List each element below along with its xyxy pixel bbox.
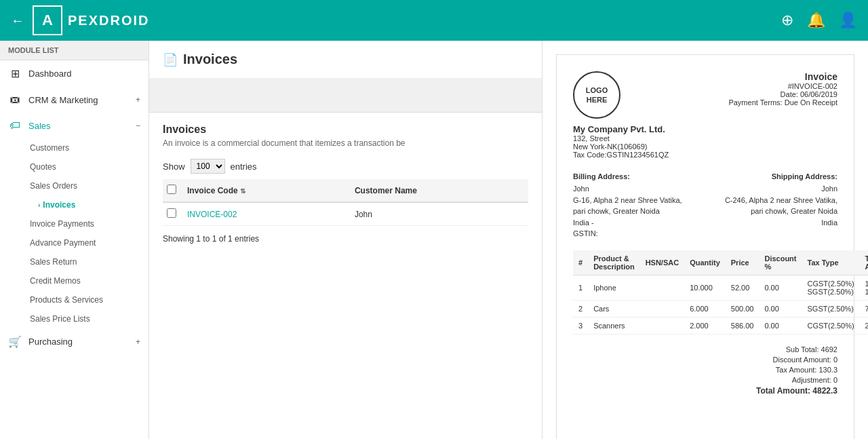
list-panel-title: Invoices	[183, 52, 237, 67]
sidebar-purchasing-label: Purchasing	[28, 337, 73, 347]
sidebar-item-purchasing[interactable]: 🛒 Purchasing +	[0, 328, 149, 355]
invoice-detail-panel: LOGOHERE My Company Pvt. Ltd. 132, Stree…	[542, 41, 868, 439]
invoice-code-label: Invoice Code	[187, 186, 238, 195]
sub-total-value: 4692	[821, 345, 837, 354]
row3-product: Scanners	[588, 317, 640, 334]
col-discount: Discount %	[759, 250, 802, 275]
sidebar-item-invoice-payments[interactable]: Invoice Payments	[22, 214, 149, 233]
row2-tax-amount: 75	[860, 300, 868, 317]
adjustment: Adjustment: 0	[573, 376, 837, 384]
row2-price: 500.00	[726, 300, 760, 317]
col-invoice-code: Invoice Code ⇅	[183, 179, 351, 202]
date-label: Date:	[781, 90, 798, 98]
invoices-table-wrapper: Invoice Code ⇅ Customer Name	[149, 179, 542, 226]
sidebar-crm-label: CRM & Marketing	[28, 95, 98, 105]
shipping-label: Shipping Address:	[719, 172, 838, 180]
invoice-row-2: 2 Cars 6.000 500.00 0.00 SGST(2.50%) 75 …	[573, 300, 868, 317]
list-panel-header: 📄 Invoices	[149, 41, 542, 79]
sidebar-crm-left: 🎟 CRM & Marketing	[8, 94, 98, 106]
shipping-name: John	[719, 183, 838, 195]
content-area: 📄 Invoices Invoices An invoice is a comm…	[149, 41, 868, 439]
col-num: #	[573, 250, 588, 275]
add-icon[interactable]: ⊕	[781, 12, 793, 29]
payment-terms-label: Payment Terms:	[728, 98, 782, 107]
sidebar-sales-left: 🏷 Sales	[8, 119, 51, 132]
row-checkbox-cell	[163, 202, 183, 226]
sidebar-item-advance-payment[interactable]: Advance Payment	[22, 233, 149, 252]
invoice-title: Invoice	[728, 71, 837, 82]
purchasing-icon: 🛒	[8, 335, 22, 348]
sort-icon[interactable]: ⇅	[240, 187, 245, 195]
sidebar-dashboard-left: ⊞ Dashboard	[8, 67, 72, 80]
tax-value: 130.3	[818, 366, 837, 374]
row3-tax-type: CGST(2.50%)	[802, 317, 860, 334]
sales-icon: 🏷	[8, 119, 22, 132]
tax-label: Tax Amount:	[776, 366, 817, 374]
app-name: PEXDROID	[68, 13, 149, 28]
sidebar-item-sales[interactable]: 🏷 Sales −	[0, 113, 149, 138]
sidebar-item-invoices[interactable]: › Invoices	[22, 195, 149, 214]
row2-qty: 6.000	[684, 300, 726, 317]
sales-toggle[interactable]: −	[136, 121, 140, 130]
row1-qty: 10.000	[684, 275, 726, 300]
billing-name: John	[573, 183, 692, 195]
user-icon[interactable]: 👤	[839, 12, 857, 29]
sidebar-item-customers[interactable]: Customers	[22, 138, 149, 157]
sidebar-item-quotes[interactable]: Quotes	[22, 157, 149, 176]
doc-logo-area: LOGOHERE My Company Pvt. Ltd. 132, Stree…	[573, 71, 669, 159]
bell-icon[interactable]: 🔔	[807, 12, 825, 29]
sidebar-item-sales-return[interactable]: Sales Return	[22, 252, 149, 271]
entries-select[interactable]: 100	[191, 159, 225, 174]
invoice-code-link[interactable]: INVOICE-002	[187, 210, 237, 219]
sidebar-item-credit-memos[interactable]: Credit Memos	[22, 271, 149, 290]
invoice-totals: Sub Total: 4692 Discount Amount: 0 Tax A…	[573, 345, 837, 396]
invoice-document: LOGOHERE My Company Pvt. Ltd. 132, Stree…	[556, 54, 854, 439]
header-right: ⊕ 🔔 👤	[781, 12, 857, 29]
invoice-file-icon: 📄	[163, 52, 178, 67]
col-product: Product &Description	[588, 250, 640, 275]
sidebar-item-products-services[interactable]: Products & Services	[22, 290, 149, 309]
back-button[interactable]: ←	[11, 13, 24, 28]
logo-area: A PEXDROID	[33, 5, 149, 35]
crm-toggle[interactable]: +	[136, 95, 140, 104]
sidebar-item-sales-orders[interactable]: Sales Orders	[22, 176, 149, 195]
billing-gstin: GSTIN:	[573, 228, 692, 240]
sidebar-dashboard-label: Dashboard	[28, 69, 72, 79]
row1-hsn	[640, 275, 685, 300]
discount-value: 0	[833, 356, 837, 364]
billing-address: Billing Address: John G-16, Alpha 2 near…	[573, 172, 692, 240]
table-row: INVOICE-002 John	[163, 202, 528, 226]
company-logo: LOGOHERE	[573, 71, 620, 119]
sidebar: MODULE LIST ⊞ Dashboard 🎟 CRM & Marketin…	[0, 41, 149, 439]
sidebar-purchasing-left: 🛒 Purchasing	[8, 335, 73, 348]
row3-qty: 2.000	[684, 317, 726, 334]
invoice-date: Date: 06/06/2019	[728, 90, 837, 98]
main-layout: MODULE LIST ⊞ Dashboard 🎟 CRM & Marketin…	[0, 41, 868, 439]
doc-header: LOGOHERE My Company Pvt. Ltd. 132, Stree…	[573, 71, 837, 159]
sub-total-label: Sub Total:	[786, 345, 819, 354]
shipping-address-line: C-246, Alpha 2 near Shree Vatika, pari c…	[719, 195, 838, 217]
total-value: 4822.3	[812, 386, 837, 396]
payment-terms: Payment Terms: Due On Receipt	[728, 98, 837, 107]
row1-price: 52.00	[726, 275, 760, 300]
invoice-row-1: 1 Iphone 10.000 52.00 0.00 CGST(2.50%)SG…	[573, 275, 868, 300]
crm-icon: 🎟	[8, 94, 22, 106]
row1-product: Iphone	[588, 275, 640, 300]
company-name: My Company Pvt. Ltd.	[573, 124, 665, 134]
header-left: ← A PEXDROID	[11, 5, 149, 35]
list-description: Invoices An invoice is a commercial docu…	[149, 113, 542, 153]
row1-num: 1	[573, 275, 588, 300]
row-customer-name-cell: John	[351, 202, 528, 226]
sidebar-item-dashboard[interactable]: ⊞ Dashboard	[0, 60, 149, 87]
invoices-table: Invoice Code ⇅ Customer Name	[163, 179, 528, 226]
row-checkbox[interactable]	[167, 208, 176, 218]
row2-tax-type: SGST(2.50%)	[802, 300, 860, 317]
purchasing-toggle[interactable]: +	[136, 337, 140, 347]
row3-tax-amount: 29.3	[860, 317, 868, 334]
company-tax-code: Tax Code:GSTIN1234561QZ	[573, 151, 669, 159]
sidebar-item-sales-price-lists[interactable]: Sales Price Lists	[22, 309, 149, 328]
select-all-checkbox[interactable]	[167, 185, 176, 194]
col-customer-name: Customer Name	[351, 179, 528, 202]
show-label: Show	[163, 161, 185, 172]
sidebar-item-crm[interactable]: 🎟 CRM & Marketing +	[0, 87, 149, 113]
